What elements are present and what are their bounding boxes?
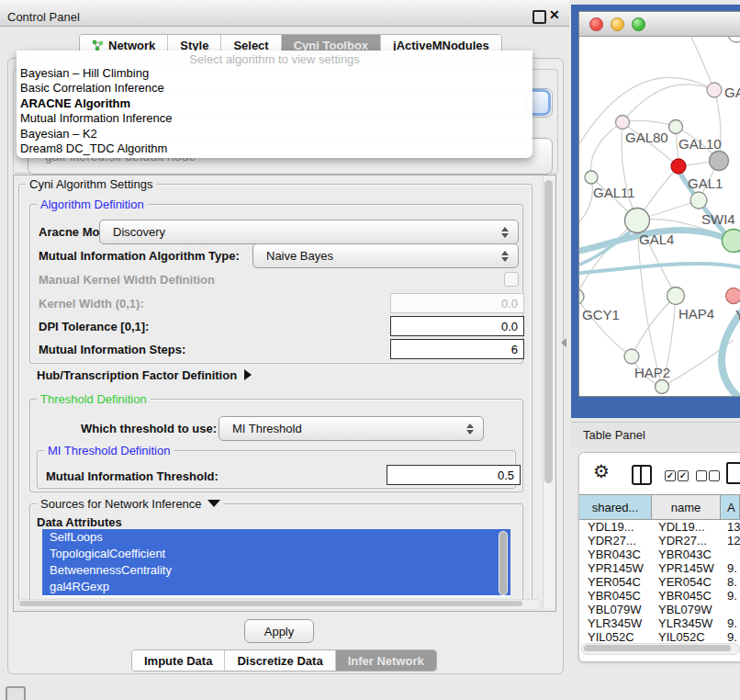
network-edge[interactable] — [632, 296, 676, 356]
minimized-panel-icon[interactable] — [6, 686, 26, 700]
close-icon[interactable]: ✕ — [549, 7, 560, 22]
table-row[interactable]: YBR043CYBR043C — [579, 548, 740, 561]
table-cell: YPR145W — [652, 561, 721, 575]
table-cell: YER054C — [652, 575, 721, 589]
network-node[interactable] — [585, 171, 598, 184]
mi-steps-label: Mutual Information Steps: — [39, 343, 185, 356]
algorithm-option[interactable]: ARACNE Algorithm — [17, 96, 533, 111]
network-node[interactable] — [669, 120, 683, 134]
table-hscrollbar[interactable] — [581, 643, 740, 655]
sources-group-title[interactable]: Sources for Network Inference — [37, 497, 224, 511]
network-node[interactable] — [579, 289, 584, 304]
column-header-name[interactable]: name — [652, 495, 721, 519]
tab-infer-network[interactable]: Infer Network — [335, 650, 436, 671]
mi-type-combobox[interactable]: Naive Bayes — [252, 243, 519, 268]
network-edge[interactable] — [579, 264, 740, 274]
dpi-tolerance-input[interactable]: 0.0 — [390, 316, 524, 336]
control-panel-titlebar — [0, 0, 569, 27]
table-row[interactable]: YIL052CYIL052C9. — [579, 630, 740, 642]
table-row[interactable]: YPR145WYPR145W9. — [579, 561, 740, 575]
stepper-icon — [466, 423, 475, 435]
close-traffic-light-icon[interactable] — [589, 17, 603, 31]
network-node[interactable] — [707, 83, 722, 97]
algorithm-option[interactable]: Mutual Information Inference — [17, 111, 533, 126]
network-edge[interactable] — [590, 122, 622, 177]
apply-button[interactable]: Apply — [244, 619, 314, 643]
algorithm-option[interactable]: Dream8 DC_TDC Algorithm — [17, 141, 533, 156]
table-cell: YBR045C — [579, 589, 652, 603]
expanded-arrow-icon — [207, 500, 220, 507]
deselect-checkbox2-icon[interactable] — [709, 470, 720, 481]
table-row[interactable]: YDR27...YDR27...12 — [579, 534, 740, 548]
dpi-tolerance-label: DPI Tolerance [0,1]: — [39, 320, 149, 333]
network-node[interactable] — [616, 116, 630, 130]
minimize-traffic-light-icon[interactable] — [611, 17, 624, 31]
table-cell: 9. — [721, 561, 740, 575]
column-header-shared-name[interactable]: shared... — [579, 495, 652, 519]
kernel-width-input[interactable]: 0.0 — [390, 293, 524, 313]
attribute-list-item[interactable]: gal4RGexp — [42, 579, 510, 595]
table-row[interactable]: YDL19...YDL19...13 — [579, 520, 740, 534]
network-node[interactable] — [624, 349, 639, 364]
attributes-scrollbar[interactable] — [499, 531, 508, 595]
table-cell: YBR043C — [652, 548, 721, 561]
table-cell: YDR27... — [652, 534, 721, 548]
table-cell: 12 — [721, 534, 740, 548]
network-node[interactable] — [690, 192, 707, 209]
aracne-mode-value: Discovery — [100, 225, 165, 239]
network-edge[interactable] — [622, 85, 714, 122]
attribute-list-item[interactable]: BetweennessCentrality — [42, 562, 510, 579]
mi-steps-input[interactable]: 6 — [390, 339, 524, 359]
tab-impute-data[interactable]: Impute Data — [132, 650, 224, 671]
attribute-list-item[interactable]: SelfLoops — [42, 529, 510, 546]
table-cell: YER054C — [579, 575, 652, 589]
gear-icon[interactable]: ⚙ — [593, 462, 610, 480]
network-node[interactable] — [728, 37, 740, 42]
split-collapse-icon[interactable] — [561, 338, 566, 347]
table-row[interactable]: YBR045CYBR045C9. — [579, 589, 740, 603]
table-rows: YDL19...YDL19...13YDR27...YDR27...12YBR0… — [579, 520, 740, 642]
table-row[interactable]: YER054CYER054C8. — [579, 575, 740, 589]
manual-kernel-checkbox[interactable] — [504, 272, 519, 287]
select-all-checkbox-icon[interactable]: ✓ — [665, 470, 676, 481]
network-node[interactable] — [710, 152, 729, 171]
network-edge[interactable] — [722, 310, 740, 396]
network-node[interactable] — [656, 380, 669, 394]
node-label: Y — [735, 307, 740, 322]
columns-icon[interactable] — [632, 465, 652, 485]
aracne-mode-combobox[interactable]: Discovery — [99, 220, 519, 244]
mi-threshold-input[interactable]: 0.5 — [387, 465, 521, 485]
data-attributes-list[interactable]: SelfLoopsTopologicalCoefficientBetweenne… — [42, 529, 510, 597]
network-node[interactable] — [726, 288, 740, 304]
node-label: GAL11 — [593, 185, 635, 200]
algorithm-option[interactable]: Bayesian – K2 — [17, 127, 533, 141]
network-window[interactable]: GALGAL80GAL10GAL1GAL11SWI4GAL4GCY1HAP4YH… — [578, 11, 740, 397]
network-node[interactable] — [723, 230, 740, 253]
attribute-list-item[interactable]: TopologicalCoefficient — [42, 546, 510, 562]
deselect-checkbox-icon[interactable] — [696, 470, 707, 481]
algorithm-option[interactable]: Bayesian – Hill Climbing — [17, 66, 533, 81]
algorithm-option[interactable]: Basic Correlation Inference — [17, 81, 533, 96]
attributes-hscrollbar[interactable] — [17, 599, 542, 610]
select-all-checkbox2-icon[interactable]: ✓ — [678, 470, 689, 481]
network-node[interactable] — [671, 159, 686, 174]
file-icon[interactable] — [726, 462, 740, 484]
tab-discretize-data[interactable]: Discretize Data — [224, 650, 334, 671]
manual-kernel-label: Manual Kernel Width Definition — [39, 273, 215, 287]
network-edge[interactable] — [579, 177, 592, 230]
table-row[interactable]: YLR345WYLR345W9. — [579, 616, 740, 630]
zoom-traffic-light-icon[interactable] — [632, 17, 645, 31]
float-window-icon[interactable] — [533, 10, 546, 24]
settings-scrollbar[interactable] — [543, 176, 555, 608]
column-header-partial[interactable]: A — [721, 495, 740, 519]
network-edge[interactable] — [579, 297, 632, 356]
table-row[interactable]: YBL079WYBL079W — [579, 603, 740, 616]
which-threshold-combobox[interactable]: MI Threshold — [219, 416, 484, 441]
network-edge[interactable] — [688, 37, 714, 90]
network-node[interactable] — [667, 288, 685, 305]
network-canvas[interactable]: GALGAL80GAL10GAL1GAL11SWI4GAL4GCY1HAP4YH… — [579, 37, 740, 396]
network-edge[interactable] — [622, 120, 676, 127]
network-node[interactable] — [625, 209, 650, 233]
hub-definition-toggle[interactable]: Hub/Transcription Factor Definition — [37, 368, 252, 382]
table-cell: 8. — [721, 575, 740, 589]
